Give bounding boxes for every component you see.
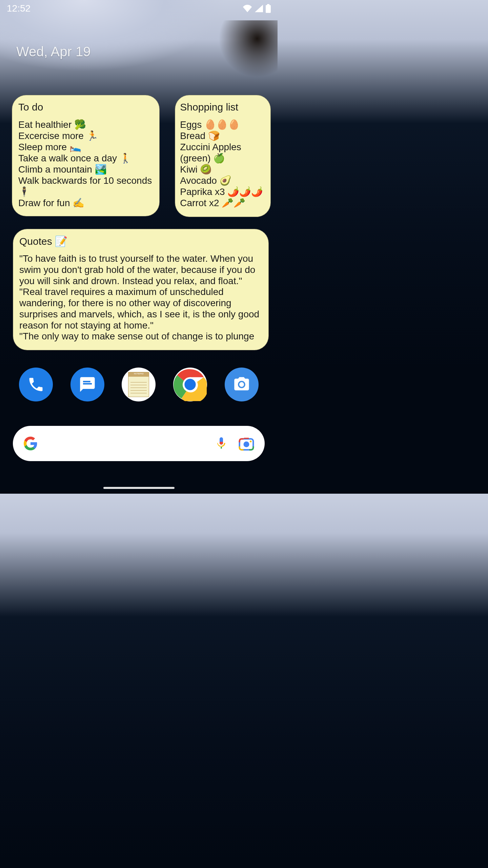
search-actions [215, 436, 255, 451]
mic-icon[interactable] [215, 436, 228, 451]
shopping-widget[interactable]: Shopping list Eggs 🥚🥚🥚 Bread 🍞 Zuccini A… [175, 95, 271, 217]
camera-app-icon[interactable] [225, 368, 259, 401]
todo-title: To do [18, 101, 153, 113]
svg-rect-7 [250, 441, 251, 442]
todo-item: Eat healthier 🥦 [18, 119, 153, 130]
todo-item: Climb a mountain 🏞️ [18, 164, 153, 175]
svg-rect-1 [267, 4, 269, 5]
wifi-icon [243, 5, 252, 12]
signal-icon [255, 5, 263, 12]
svg-point-6 [244, 441, 249, 447]
todo-widget[interactable]: To do Eat healthier 🥦 Excercise more 🏃 S… [12, 95, 160, 216]
shopping-item: Eggs 🥚🥚🥚 [180, 119, 266, 130]
google-logo-icon [23, 436, 38, 451]
svg-rect-0 [266, 5, 271, 13]
shopping-item: Carrot x2 🥕🥕 [180, 197, 266, 209]
todo-item: Walk backwards for 10 seconds 🕴️ [18, 175, 153, 197]
shopping-item: Paprika x3 🌶️🌶️🌶️ [180, 186, 266, 197]
notepad-graphic [128, 372, 149, 397]
battery-icon [266, 4, 271, 13]
todo-item: Excercise more 🏃 [18, 130, 153, 141]
quotes-title: Quotes 📝 [19, 235, 262, 247]
todo-content: Eat healthier 🥦 Excercise more 🏃 Sleep m… [18, 119, 153, 209]
search-left [23, 436, 38, 451]
status-time: 12:52 [7, 3, 30, 14]
google-search-bar[interactable] [13, 426, 265, 461]
messages-app-icon[interactable] [70, 368, 104, 401]
todo-item: Take a walk once a day 🚶 [18, 153, 153, 164]
status-indicators [243, 4, 271, 13]
shopping-item: Bread 🍞 [180, 130, 266, 141]
wallpaper-accent [210, 20, 278, 81]
app-dock [0, 368, 278, 401]
status-bar: 12:52 [0, 0, 278, 17]
navigation-handle[interactable] [103, 487, 175, 489]
shopping-item: Kiwi 🥝 [180, 164, 266, 175]
date-widget[interactable]: Wed, Apr 19 [16, 44, 90, 59]
phone-app-icon[interactable] [19, 368, 53, 401]
todo-item: Draw for fun ✍️ [18, 197, 153, 209]
notepad-app-icon[interactable] [122, 368, 156, 401]
chrome-app-icon[interactable] [173, 368, 207, 401]
todo-item: Sleep more 🛌 [18, 141, 153, 153]
shopping-content: Eggs 🥚🥚🥚 Bread 🍞 Zuccini Apples (green) … [180, 119, 266, 209]
widget-row: To do Eat healthier 🥦 Excercise more 🏃 S… [12, 95, 271, 217]
shopping-item: Zuccini Apples (green) 🍏 [180, 141, 266, 164]
quotes-widget[interactable]: Quotes 📝 "To have faith is to trust your… [13, 229, 269, 350]
lens-icon[interactable] [238, 436, 255, 451]
quotes-content: "To have faith is to trust yourself to t… [19, 253, 262, 342]
shopping-item: Avocado 🥑 [180, 175, 266, 186]
svg-point-4 [185, 379, 196, 390]
shopping-title: Shopping list [180, 101, 266, 113]
